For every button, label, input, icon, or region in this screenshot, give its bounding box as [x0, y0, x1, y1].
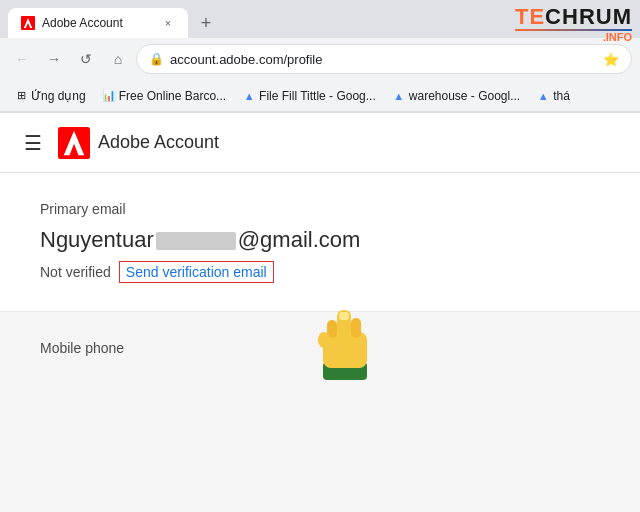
- bookmark-warehouse[interactable]: ▲ warehouse - Googl...: [386, 87, 526, 105]
- drive-icon-2: ▲: [392, 89, 406, 103]
- email-suffix: @gmail.com: [238, 227, 361, 252]
- primary-email-section: Primary email Nguyentuar @gmail.com Not …: [0, 173, 640, 312]
- adobe-logo-icon: [58, 127, 90, 159]
- primary-email-label: Primary email: [40, 201, 600, 217]
- watermark-info: .INFO: [515, 31, 632, 43]
- main-content: Primary email Nguyentuar @gmail.com Not …: [0, 173, 640, 384]
- adobe-logo: Adobe Account: [58, 127, 219, 159]
- email-display: Nguyentuar @gmail.com: [40, 227, 600, 253]
- drive-icon-1: ▲: [242, 89, 256, 103]
- new-tab-button[interactable]: +: [192, 9, 220, 37]
- watermark-techrum: TECHRUM: [515, 6, 632, 28]
- page-content: ☰ Adobe Account Primary email Nguyentuar…: [0, 113, 640, 512]
- bookmark-tha-label: thá: [553, 89, 570, 103]
- mobile-phone-section: Mobile phone: [0, 312, 640, 384]
- reload-button[interactable]: ↺: [72, 45, 100, 73]
- address-text: account.adobe.com/profile: [170, 52, 603, 67]
- apps-icon: ⊞: [14, 89, 28, 103]
- search-icon: ⭐: [603, 52, 619, 67]
- lock-icon: 🔒: [149, 52, 164, 66]
- barcode-icon: 📊: [102, 89, 116, 103]
- mobile-phone-label: Mobile phone: [40, 340, 600, 356]
- bookmark-barcode-label: Free Online Barco...: [119, 89, 226, 103]
- menu-button[interactable]: ☰: [24, 131, 42, 155]
- not-verified-text: Not verified: [40, 264, 111, 280]
- email-prefix: Nguyentuar: [40, 227, 154, 252]
- bookmark-file[interactable]: ▲ File Fill Tittle - Goog...: [236, 87, 382, 105]
- bookmark-file-label: File Fill Tittle - Goog...: [259, 89, 376, 103]
- email-blur: [156, 232, 236, 250]
- address-bar[interactable]: 🔒 account.adobe.com/profile ⭐: [136, 44, 632, 74]
- bookmark-tha[interactable]: ▲ thá: [530, 87, 576, 105]
- watermark: TECHRUM .INFO: [515, 6, 632, 43]
- adobe-header: ☰ Adobe Account: [0, 113, 640, 173]
- bookmark-warehouse-label: warehouse - Googl...: [409, 89, 520, 103]
- active-tab[interactable]: Adobe Account ×: [8, 8, 188, 38]
- bookmarks-bar: ⊞ Ứng dụng 📊 Free Online Barco... ▲ File…: [0, 80, 640, 112]
- bookmark-barcode[interactable]: 📊 Free Online Barco...: [96, 87, 232, 105]
- toolbar: ← → ↺ ⌂ 🔒 account.adobe.com/profile ⭐: [0, 38, 640, 80]
- send-verification-link[interactable]: Send verification email: [119, 261, 274, 283]
- tab-favicon: [20, 15, 36, 31]
- drive-icon-3: ▲: [536, 89, 550, 103]
- back-button[interactable]: ←: [8, 45, 36, 73]
- forward-button[interactable]: →: [40, 45, 68, 73]
- tab-title: Adobe Account: [42, 16, 154, 30]
- adobe-account-title: Adobe Account: [98, 132, 219, 153]
- home-button[interactable]: ⌂: [104, 45, 132, 73]
- verification-row: Not verified Send verification email: [40, 261, 600, 283]
- bookmark-apps[interactable]: ⊞ Ứng dụng: [8, 87, 92, 105]
- tab-close-button[interactable]: ×: [160, 15, 176, 31]
- bookmark-apps-label: Ứng dụng: [31, 89, 86, 103]
- cursor-area: Mobile phone: [0, 312, 640, 384]
